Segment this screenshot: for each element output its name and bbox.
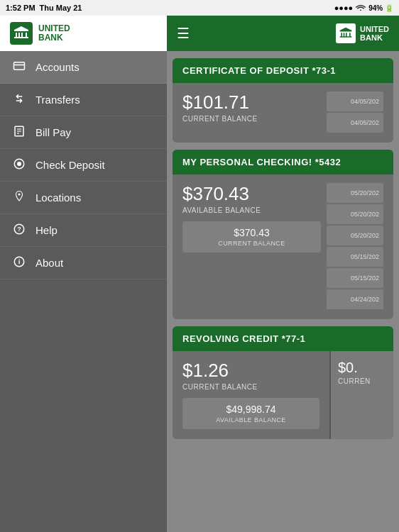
card-body-revolving: $1.26 CURRENT BALANCE $49,998.74 AVAILAB…	[173, 351, 393, 439]
logo-icon	[10, 22, 33, 45]
sidebar-item-transfers[interactable]: Transfers	[0, 84, 167, 116]
sidebar-item-locations[interactable]: Locations	[0, 182, 167, 214]
checking-sub-label: CURRENT BALANCE	[191, 240, 312, 247]
card-main-checking: $370.43 AVAILABLE BALANCE $370.43 CURREN…	[182, 183, 321, 309]
app-container: UNITED BANK Accounts	[0, 16, 399, 532]
top-bar-logo-box	[336, 23, 356, 43]
revolving-main-section: $1.26 CURRENT BALANCE $49,998.74 AVAILAB…	[173, 351, 329, 439]
card-body-checking: $370.43 AVAILABLE BALANCE $370.43 CURREN…	[173, 174, 393, 319]
status-time: 1:52 PM	[6, 4, 35, 12]
checking-transactions: 05/20/202 05/20/202 05/20/202 05/15/202 …	[327, 183, 383, 309]
help-icon: ?	[11, 223, 27, 238]
accounts-icon	[11, 60, 27, 75]
about-icon: i	[11, 255, 27, 271]
card-header-checking: My Personal Checking! *5432	[173, 150, 393, 174]
revolving-right-amount: $0.	[338, 360, 386, 376]
locations-icon	[11, 190, 27, 206]
card-header-revolving: REVOLVING CREDIT *77-1	[173, 326, 393, 351]
hamburger-icon[interactable]: ☰	[177, 25, 190, 42]
txn-row: 05/20/202	[327, 226, 383, 245]
sidebar-item-label-locations: Locations	[35, 192, 81, 204]
card-body-cd: $101.71 CURRENT BALANCE 04/05/202 04/05/…	[173, 83, 393, 143]
checking-balance-label: AVAILABLE BALANCE	[182, 206, 321, 214]
txn-row: 05/15/202	[327, 247, 383, 267]
account-card-revolving: REVOLVING CREDIT *77-1 $1.26 CURRENT BAL…	[173, 326, 393, 439]
sidebar-item-label-transfers: Transfers	[35, 94, 80, 106]
main-content: ☰ UNITED BANK CERTIFICATE OF DEPOSIT *73…	[167, 16, 399, 532]
transfers-icon	[11, 92, 27, 108]
svg-rect-0	[14, 62, 25, 70]
txn-row: 04/24/202	[327, 289, 383, 309]
txn-date: 05/15/202	[351, 253, 379, 260]
svg-text:i: i	[18, 257, 21, 265]
txn-date: 04/24/202	[351, 296, 379, 303]
account-card-checking: My Personal Checking! *5432 $370.43 AVAI…	[173, 150, 393, 319]
card-header-cd: CERTIFICATE OF DEPOSIT *73-1	[173, 58, 393, 83]
txn-date: 04/05/202	[351, 98, 379, 105]
card-main-cd: $101.71 CURRENT BALANCE	[182, 92, 321, 133]
battery-icon: 94% 🔋	[368, 4, 393, 12]
txn-row: 04/05/202	[327, 92, 383, 111]
cd-balance-label: CURRENT BALANCE	[182, 115, 321, 123]
svg-point-7	[17, 162, 21, 166]
sidebar-item-label-about: About	[35, 257, 63, 269]
sidebar: UNITED BANK Accounts	[0, 16, 167, 532]
sidebar-item-bill-pay[interactable]: Bill Pay	[0, 116, 167, 149]
txn-date: 05/20/202	[351, 211, 379, 218]
bill-pay-icon	[11, 125, 27, 140]
txn-row: 04/05/202	[327, 113, 383, 133]
sidebar-item-label-accounts: Accounts	[35, 61, 80, 73]
sidebar-item-accounts[interactable]: Accounts	[0, 51, 167, 84]
top-bar: ☰ UNITED BANK	[167, 16, 399, 51]
signal-icon: ●●●●	[334, 4, 354, 12]
revolving-sub-amount: $49,998.74	[191, 404, 311, 415]
cd-balance-amount: $101.71	[182, 92, 321, 113]
txn-row: 05/20/202	[327, 204, 383, 224]
account-card-cd: CERTIFICATE OF DEPOSIT *73-1 $101.71 CUR…	[173, 58, 393, 143]
txn-row: 05/15/202	[327, 268, 383, 288]
top-bar-logo-text: UNITED BANK	[360, 25, 389, 42]
check-deposit-icon	[11, 157, 27, 173]
logo-text: UNITED BANK	[38, 24, 70, 43]
sidebar-logo: UNITED BANK	[0, 16, 167, 51]
sidebar-item-check-deposit[interactable]: Check Deposit	[0, 149, 167, 182]
status-bar: 1:52 PM Thu May 21 ●●●● 94% 🔋	[0, 0, 399, 16]
sidebar-item-help[interactable]: ? Help	[0, 214, 167, 247]
sidebar-item-label-bill-pay: Bill Pay	[35, 126, 71, 138]
txn-date: 05/15/202	[351, 275, 379, 282]
txn-date: 04/05/202	[351, 119, 379, 126]
revolving-right-section: $0. CURREN	[329, 351, 393, 439]
txn-date: 05/20/202	[351, 189, 379, 196]
revolving-right-label: CURREN	[338, 377, 386, 385]
top-bar-logo: UNITED BANK	[336, 23, 389, 43]
svg-text:?: ?	[17, 226, 21, 233]
txn-date: 05/20/202	[351, 232, 379, 239]
cards-container: CERTIFICATE OF DEPOSIT *73-1 $101.71 CUR…	[167, 51, 399, 446]
sidebar-nav: Accounts Transfers	[0, 51, 167, 532]
sidebar-item-label-help: Help	[35, 224, 58, 236]
checking-sub-amount: $370.43	[191, 227, 312, 238]
revolving-sub-label: AVAILABLE BALANCE	[191, 416, 311, 423]
cd-transactions: 04/05/202 04/05/202	[327, 92, 383, 133]
txn-row: 05/20/202	[327, 183, 383, 203]
sidebar-item-label-check-deposit: Check Deposit	[35, 159, 105, 171]
checking-sub-card: $370.43 CURRENT BALANCE	[182, 221, 321, 253]
sidebar-item-about[interactable]: i About	[0, 247, 167, 279]
svg-point-8	[18, 193, 21, 195]
revolving-balance-amount: $1.26	[182, 360, 319, 382]
checking-balance-amount: $370.43	[182, 183, 321, 205]
revolving-sub-card: $49,998.74 AVAILABLE BALANCE	[182, 398, 319, 429]
wifi-icon	[356, 4, 366, 12]
revolving-balance-label: CURRENT BALANCE	[182, 383, 319, 391]
status-day: Thu May 21	[40, 4, 82, 12]
